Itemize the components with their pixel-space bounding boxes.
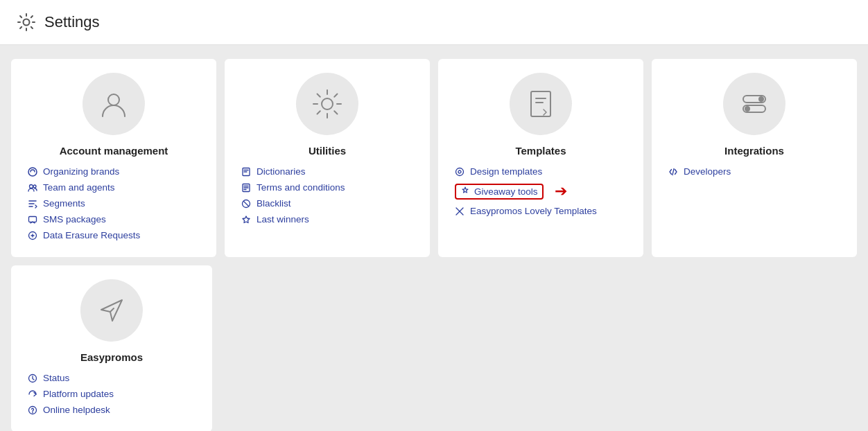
link-team-agents[interactable]: Team and agents (43, 182, 115, 193)
templates-icon-circle (510, 73, 572, 135)
terms-icon (241, 183, 251, 193)
list-item: Team and agents (28, 182, 200, 193)
list-item: Easypromos Lovely Templates (455, 206, 627, 216)
page-header: Settings (0, 0, 868, 45)
brand-icon (28, 167, 37, 177)
list-item: Data Erasure Requests (28, 230, 200, 240)
page-title: Settings (44, 13, 100, 31)
svg-point-1 (108, 94, 119, 105)
svg-point-13 (458, 170, 461, 173)
list-item: Platform updates (28, 389, 196, 399)
svg-point-0 (24, 19, 30, 26)
segments-icon (28, 199, 37, 209)
link-lovely-templates[interactable]: Easypromos Lovely Templates (470, 206, 597, 216)
svg-point-3 (30, 184, 33, 188)
blacklist-icon (241, 199, 251, 209)
easypromos-title: Easypromos (28, 351, 196, 363)
red-arrow-annotation: ➔ (555, 182, 567, 200)
list-item: Blacklist (241, 198, 413, 209)
giveaway-highlight-box: Giveaway tools (455, 184, 544, 200)
lovely-icon (455, 206, 465, 216)
list-item: Organizing brands (28, 166, 200, 177)
svg-rect-11 (531, 91, 550, 116)
utilities-icon-circle (296, 73, 358, 135)
integrations-title: Integrations (668, 145, 840, 157)
card-templates: Templates Design templates Giveaway tool… (438, 59, 643, 257)
card-icon-area (28, 73, 200, 135)
integrations-icon-circle (723, 73, 785, 135)
helpdesk-icon (28, 405, 37, 415)
templates-title: Templates (455, 145, 627, 157)
team-icon (28, 183, 37, 193)
card-easypromos: Easypromos Status Platform updates (11, 265, 212, 431)
link-giveaway-tools[interactable]: Giveaway tools (474, 186, 538, 197)
easypromos-links: Status Platform updates Online helpdesk (28, 373, 196, 415)
winners-icon (241, 215, 251, 225)
card-account-management: Account management Organizing brands Tea… (11, 59, 216, 257)
card-icon-area (28, 279, 196, 342)
erasure-icon (28, 231, 37, 240)
giveaway-icon (460, 186, 470, 196)
list-item: Online helpdesk (28, 405, 196, 415)
card-utilities: Utilities Dictionaries Terms and conditi… (225, 59, 430, 257)
link-blacklist[interactable]: Blacklist (257, 198, 291, 209)
design-icon (455, 167, 465, 177)
link-developers[interactable]: Developers (684, 166, 731, 177)
utilities-title: Utilities (241, 145, 413, 157)
link-last-winners[interactable]: Last winners (257, 214, 309, 225)
list-item: Last winners (241, 214, 413, 225)
svg-point-4 (33, 185, 36, 188)
link-organizing-brands[interactable]: Organizing brands (43, 166, 119, 177)
list-item: SMS packages (28, 214, 200, 225)
list-item: Dictionaries (241, 166, 413, 177)
account-icon-circle (83, 73, 145, 135)
link-status[interactable]: Status (43, 373, 69, 383)
sms-icon (28, 215, 37, 225)
integrations-links: Developers (668, 166, 840, 177)
svg-rect-5 (29, 216, 37, 222)
svg-point-7 (322, 98, 333, 109)
list-item: Segments (28, 198, 200, 209)
templates-links: Design templates Giveaway tools ➔ (455, 166, 627, 216)
updates-icon (28, 389, 37, 399)
svg-point-2 (28, 168, 37, 176)
list-item: Terms and conditions (241, 182, 413, 193)
top-cards-row: Account management Organizing brands Tea… (11, 59, 857, 257)
link-dictionaries[interactable]: Dictionaries (257, 166, 306, 177)
settings-gear-icon (17, 12, 36, 32)
list-item-giveaway: Giveaway tools ➔ (455, 182, 627, 200)
svg-point-17 (745, 106, 750, 112)
svg-point-12 (456, 168, 464, 175)
dict-icon (241, 167, 251, 177)
list-item: Design templates (455, 166, 627, 177)
easypromos-icon-circle (80, 279, 143, 342)
account-management-title: Account management (28, 145, 200, 157)
list-item: Status (28, 373, 196, 383)
svg-point-15 (758, 96, 764, 102)
link-platform-updates[interactable]: Platform updates (43, 389, 114, 399)
bottom-cards-row: Easypromos Status Platform updates (11, 265, 857, 431)
link-terms[interactable]: Terms and conditions (257, 182, 345, 193)
link-sms-packages[interactable]: SMS packages (43, 214, 106, 225)
dev-icon (668, 167, 678, 177)
card-integrations: Integrations Developers (652, 59, 857, 257)
list-item: Developers (668, 166, 840, 177)
status-icon (28, 373, 37, 383)
link-data-erasure[interactable]: Data Erasure Requests (43, 230, 140, 240)
utilities-links: Dictionaries Terms and conditions Blackl… (241, 166, 413, 225)
link-helpdesk[interactable]: Online helpdesk (43, 405, 110, 415)
card-icon-area (241, 73, 413, 135)
link-design-templates[interactable]: Design templates (470, 166, 542, 177)
card-icon-area (668, 73, 840, 135)
link-segments[interactable]: Segments (43, 198, 85, 209)
account-management-links: Organizing brands Team and agents Segmen… (28, 166, 200, 240)
main-content: Account management Organizing brands Tea… (0, 45, 868, 431)
card-icon-area (455, 73, 627, 135)
